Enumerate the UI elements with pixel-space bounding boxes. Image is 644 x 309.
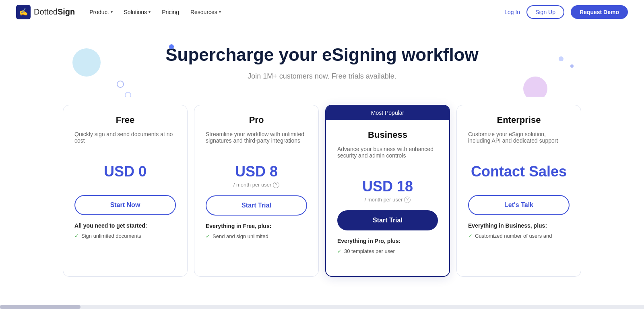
- plan-business-features-title: Everything in Pro, plus:: [337, 238, 438, 244]
- plan-enterprise-cta[interactable]: Let's Talk: [468, 195, 570, 215]
- plan-enterprise-price: Contact Sales: [468, 163, 570, 180]
- plan-business-period: / month per user ?: [337, 197, 438, 203]
- check-icon: ✓: [206, 233, 210, 239]
- logo[interactable]: ✍ DottedSign: [16, 5, 75, 19]
- plan-business-name: Business: [337, 130, 438, 140]
- plan-pro-features-title: Everything in Free, plus:: [206, 223, 307, 229]
- pricing-section: Free Quickly sign and send documents at …: [0, 97, 644, 293]
- plan-enterprise-desc: Customize your eSign solution, including…: [468, 131, 570, 155]
- plan-free-period: [74, 182, 176, 188]
- check-icon: ✓: [74, 233, 79, 239]
- plan-enterprise: Enterprise Customize your eSign solution…: [456, 105, 581, 277]
- check-icon: ✓: [337, 248, 342, 254]
- plan-pro-body: Pro Streamline your workflow with unlimi…: [194, 105, 318, 267]
- plan-pro: Pro Streamline your workflow with unlimi…: [194, 105, 319, 277]
- plan-free: Free Quickly sign and send documents at …: [63, 105, 188, 277]
- info-icon[interactable]: ?: [273, 182, 279, 188]
- decor-circle-8: [570, 64, 574, 68]
- plan-free-name: Free: [74, 115, 176, 125]
- signup-button[interactable]: Sign Up: [526, 5, 564, 19]
- check-icon: ✓: [468, 233, 473, 239]
- logo-text: DottedSign: [34, 7, 75, 17]
- plan-enterprise-feature-1: ✓ Customized number of users and: [468, 233, 570, 239]
- plan-free-price: USD 0: [74, 163, 176, 180]
- plan-pro-desc: Streamline your workflow with unlimited …: [206, 131, 307, 155]
- navbar: ✍ DottedSign Product ▾ Solutions ▾ Prici…: [0, 0, 644, 24]
- hero-heading: Supercharge your eSigning workflow: [16, 44, 628, 66]
- plan-business-feature-1: ✓ 30 templates per user: [337, 248, 438, 254]
- plan-enterprise-features-title: Everything in Business, plus:: [468, 222, 570, 229]
- info-icon[interactable]: ?: [404, 197, 411, 203]
- decor-circle-1: [72, 48, 101, 77]
- plan-business-body: Business Advance your business with enha…: [326, 120, 449, 266]
- plan-business-desc: Advance your business with enhanced secu…: [337, 146, 438, 170]
- plan-business-cta[interactable]: Start Trial: [337, 210, 438, 230]
- plan-enterprise-name: Enterprise: [468, 115, 570, 125]
- chevron-down-icon: ▾: [111, 10, 113, 14]
- nav-links: Product ▾ Solutions ▾ Pricing Resources …: [89, 9, 504, 15]
- decor-circle-2: [169, 44, 174, 49]
- plan-business-price: USD 18: [337, 178, 438, 195]
- login-button[interactable]: Log In: [504, 9, 520, 15]
- plan-free-body: Free Quickly sign and send documents at …: [63, 105, 187, 267]
- decor-circle-7: [559, 56, 564, 61]
- nav-product[interactable]: Product ▾: [89, 9, 112, 15]
- plan-pro-price: USD 8: [206, 163, 307, 180]
- nav-right: Log In Sign Up Request Demo: [504, 5, 628, 19]
- plan-pro-cta[interactable]: Start Trial: [206, 195, 307, 216]
- decor-circle-3: [117, 81, 124, 88]
- plan-free-features-title: All you need to get started:: [74, 222, 176, 229]
- plan-enterprise-period: [468, 182, 570, 188]
- nav-solutions[interactable]: Solutions ▾: [124, 9, 151, 15]
- chevron-down-icon: ▾: [219, 10, 221, 14]
- plan-business: Most Popular Business Advance your busin…: [325, 105, 450, 277]
- popular-badge: Most Popular: [326, 106, 449, 120]
- decor-circle-4: [125, 92, 131, 97]
- plan-free-feature-1: ✓ Sign unlimited documents: [74, 233, 176, 239]
- nav-pricing[interactable]: Pricing: [162, 9, 179, 15]
- hero-section: Supercharge your eSigning workflow Join …: [0, 24, 644, 97]
- plan-free-desc: Quickly sign and send documents at no co…: [74, 131, 176, 155]
- plan-pro-name: Pro: [206, 115, 307, 125]
- request-demo-button[interactable]: Request Demo: [571, 5, 628, 19]
- plan-pro-feature-1: ✓ Send and sign unlimited: [206, 233, 307, 239]
- plan-free-cta[interactable]: Start Now: [74, 195, 176, 215]
- chevron-down-icon: ▾: [149, 10, 151, 14]
- plan-pro-period: / month per user ?: [206, 182, 307, 188]
- plan-enterprise-body: Enterprise Customize your eSign solution…: [457, 105, 581, 267]
- logo-icon: ✍: [16, 5, 31, 19]
- nav-resources[interactable]: Resources ▾: [190, 9, 221, 15]
